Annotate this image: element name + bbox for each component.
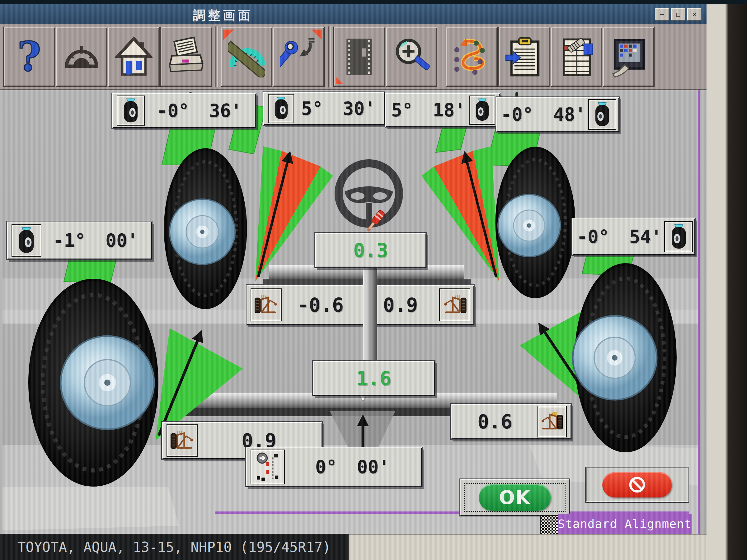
rear-left-camber-readout: -1° 00' [7,221,152,260]
front-left-toe-value: -0.6 [282,294,359,316]
toolbar-button-print[interactable] [161,27,212,86]
home-icon [115,36,153,77]
console-hand-icon [610,36,647,77]
thrust-angle-value: 0° 00' [287,456,417,478]
protractor-icon [228,36,265,77]
titlebar: 調整画面 [0,4,706,24]
alignment-diagram-area: -0° 36' 5° 30' 5° 18' -0° 48' -1° 00' -0… [0,90,706,534]
suspension-icon [439,288,470,321]
help-icon: ? [10,36,48,77]
film-icon [340,36,378,77]
front-right-caster-readout: 5° 18' [385,93,500,127]
rear-right-camber-readout: -0° 54' [572,218,695,255]
toolbar-button-procedure[interactable] [446,27,497,86]
clipboard-arrow-icon [506,36,543,77]
front-right-toe: 0.9 [362,286,473,324]
accent-border [698,90,700,534]
front-right-camber-readout: -0° 48' [496,97,619,132]
front-total-toe-value: 0.3 [320,239,422,262]
front-left-caster-value: 5° 30' [297,98,380,119]
suspension-icon [537,406,567,437]
toolbar-button-adjust[interactable] [273,27,324,86]
status-divider [215,511,689,514]
tire-icon [11,224,42,257]
focus-outline [464,483,566,512]
table-edit-icon [558,36,595,77]
minimize-button[interactable] [655,8,669,21]
toolbar-separator [328,26,331,87]
vehicle-info-bar: TOYOTA, AQUA, 13-15, NHP10 (195/45R17) [0,534,349,560]
front-right-caster-value: 5° 18' [390,100,467,121]
front-total-toe-readout: 0.3 [315,233,427,268]
alignment-app-screen: 調整画面 ? [0,4,706,560]
toolbar-button-measure[interactable] [221,27,272,86]
toolbar: ? [0,24,706,90]
toolbar-button-data[interactable] [551,27,602,86]
rear-left-wheel [30,280,157,485]
rear-left-camber-value: -1° 00' [44,230,147,251]
suspension-icon [166,424,198,457]
tire-icon [117,96,145,126]
rear-right-camber-value: -0° 54' [577,226,662,247]
vehicle-info-text: TOYOTA, AQUA, 13-15, NHP10 (195/45R17) [0,539,331,555]
gauge-icon [63,36,100,77]
toolbar-button-console[interactable] [603,27,654,86]
mode-checker-icon [540,515,559,534]
rear-total-toe-value: 1.6 [317,367,430,390]
rear-right-toe-readout: 0.6 [451,404,571,439]
ok-button-frame: OK [460,479,570,516]
cancel-button[interactable] [602,472,672,498]
mode-label: Standard Alignment [558,517,692,531]
window-title: 調整画面 [193,7,253,24]
svg-text:?: ? [18,36,41,77]
toolbar-button-home[interactable] [108,27,159,86]
front-right-wheel [496,148,574,297]
toolbar-separator [215,26,218,87]
front-left-camber-readout: -0° 36' [112,93,256,128]
no-entry-icon [627,475,647,495]
close-button[interactable] [687,8,701,21]
window-controls [655,8,701,21]
rear-total-toe-readout: 1.6 [313,361,435,396]
thrust-angle-readout: 0° 00' [246,447,422,486]
tire-icon [664,221,693,252]
toolbar-button-playback[interactable] [334,27,385,86]
front-left-caster-readout: 5° 30' [263,92,385,125]
front-toe-pair-readout: -0.6 0.9 [247,285,474,325]
front-right-camber-value: -0° 48' [501,104,586,125]
route-dots-icon [453,36,491,77]
toolbar-button-gauge[interactable] [56,27,107,86]
monitor-bezel [349,534,706,560]
thrust-angle-icon [251,450,285,484]
front-left-wheel [165,149,246,308]
cancel-button-frame [586,467,689,502]
maximize-button[interactable] [671,8,686,21]
toolbar-button-report[interactable] [499,27,550,86]
wrench-arrow-icon [280,36,317,77]
steering-wheel-icon [339,163,399,224]
photo-background [0,0,747,4]
suspension-icon [251,288,282,321]
printer-icon [168,36,205,77]
tire-icon [469,96,495,125]
toolbar-separator [441,26,443,87]
toolbar-button-help[interactable]: ? [4,27,55,86]
tire-icon [268,94,294,123]
tire-icon [588,99,616,130]
front-left-toe: -0.6 [248,286,359,324]
rear-right-toe-value: 0.6 [455,410,535,433]
toolbar-button-zoom[interactable] [386,27,437,86]
mode-bar: Standard Alignment [558,514,692,534]
front-left-camber-value: -0° 36' [147,100,251,121]
zoom-in-icon [393,36,430,77]
